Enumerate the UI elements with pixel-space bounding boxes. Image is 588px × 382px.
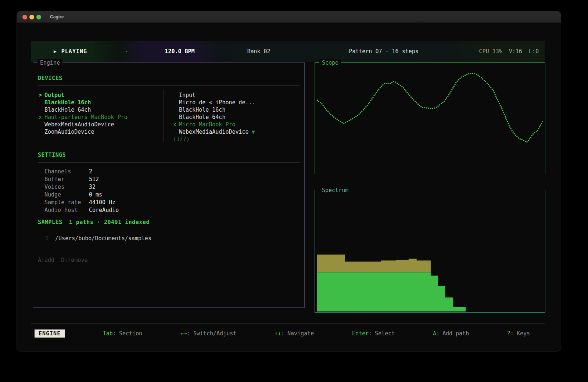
setting-row[interactable]: Sample rate44100 Hz <box>44 199 119 206</box>
close-window-button[interactable] <box>22 15 27 19</box>
shortcut-keys: ?:Keys <box>507 330 530 337</box>
settings-heading: SETTINGS <box>38 152 66 158</box>
transport-status: ▶ PLAYING <box>31 41 110 62</box>
app-content: ▶ PLAYING - 120.0 BPM Bank 02 Pattern 07… <box>17 23 561 351</box>
active-device-marker: x <box>173 121 179 128</box>
section-divider <box>38 230 300 230</box>
input-device-list: Input Micro de « iPhone de... BlackHole … <box>173 91 298 143</box>
cpu-stat: CPU 13% <box>479 48 502 55</box>
transport-state-label: PLAYING <box>61 48 87 55</box>
device-option[interactable]: Micro de « iPhone de... <box>173 99 298 106</box>
input-list-pagination: (1/7) <box>173 136 298 143</box>
play-icon: ▶ <box>54 48 57 54</box>
mode-badge: ENGINE <box>35 329 65 338</box>
shortcut-tab: Tab:Section <box>103 330 142 337</box>
devices-heading: DEVICES <box>38 75 62 82</box>
setting-row[interactable]: Buffer512 <box>44 176 119 183</box>
device-option[interactable]: xMicro MacBook Pro <box>173 121 298 128</box>
latency-stat: L:0 <box>529 48 539 55</box>
shortcut-arrows-ud: ↑↓:Navigate <box>275 330 314 337</box>
active-device-marker: x <box>39 113 44 121</box>
window-titlebar[interactable]: Cagire <box>17 11 561 23</box>
samples-keys-hint: A:add D:remove <box>38 257 87 263</box>
section-divider <box>38 162 300 163</box>
settings-list: Channels2 Buffer512 Voices32 Nudge0 ms S… <box>44 168 119 214</box>
scope-panel: Scope <box>315 62 545 174</box>
section-divider <box>38 85 300 86</box>
bpm-display[interactable]: 120.0 BPM <box>143 41 216 62</box>
device-option[interactable]: BlackHole 64ch <box>173 113 298 121</box>
shortcut-arrows-lr: ←→:Switch/Adjust <box>180 330 237 337</box>
shortcut-add-path: A:Add path <box>433 330 469 337</box>
window-title: Cagire <box>50 14 64 19</box>
transport-bar: ▶ PLAYING - 120.0 BPM Bank 02 Pattern 07… <box>31 41 545 62</box>
engine-panel-title: Engine <box>37 59 62 66</box>
bank-display[interactable]: Bank 02 <box>216 41 301 62</box>
setting-row[interactable]: Voices32 <box>44 183 119 191</box>
system-stats: CPU 13% V:16 L:0 <box>466 41 545 62</box>
desktop: Cagire ▶ PLAYING - 120.0 BPM Bank 02 Pat… <box>0 0 588 382</box>
device-option[interactable]: BlackHole 64ch <box>39 106 160 113</box>
scope-waveform-chart <box>315 63 545 174</box>
voices-stat: V:16 <box>509 48 522 55</box>
output-device-list: >Output BlackHole 16ch BlackHole 64ch xH… <box>39 91 160 136</box>
device-option[interactable]: ZoomAudioDevice <box>39 128 160 136</box>
device-option[interactable]: BlackHole 16ch <box>39 99 160 106</box>
status-bar-divider <box>31 323 545 324</box>
device-option[interactable]: WebexMediaAudioDevice▼ <box>173 128 298 136</box>
setting-row[interactable]: Nudge0 ms <box>44 191 119 199</box>
samples-heading: SAMPLES1 paths · 20491 indexed <box>38 219 150 226</box>
output-list-header[interactable]: >Output <box>39 91 160 99</box>
maximize-window-button[interactable] <box>36 15 41 19</box>
device-option[interactable]: BlackHole 16ch <box>173 106 298 113</box>
device-option[interactable]: WebexMediaAudioDevice <box>39 121 160 128</box>
device-option[interactable]: xHaut-parleurs MacBook Pro <box>39 113 160 121</box>
scroll-more-icon: ▼ <box>252 129 255 135</box>
shortcut-enter: Enter:Select <box>352 330 395 337</box>
setting-row[interactable]: Audio hostCoreAudio <box>44 206 119 214</box>
spectrum-analyzer-chart <box>315 190 545 312</box>
engine-panel: Engine DEVICES >Output BlackHole 16ch Bl… <box>33 62 305 308</box>
samples-summary: 1 paths · 20491 indexed <box>69 219 150 226</box>
minimize-window-button[interactable] <box>29 15 34 19</box>
spectrum-panel: Spectrum <box>315 190 545 313</box>
selection-cursor-icon: > <box>39 91 44 99</box>
setting-row[interactable]: Channels2 <box>44 168 119 176</box>
pattern-display[interactable]: Pattern 07 · 16 steps <box>301 41 466 62</box>
device-columns-divider <box>164 89 164 142</box>
input-list-header[interactable]: Input <box>173 91 298 99</box>
transport-separator: - <box>110 41 143 62</box>
sample-path-row[interactable]: 1/Users/bubo/Documents/samples <box>45 235 151 242</box>
status-bar: ENGINE Tab:Section ←→:Switch/Adjust ↑↓:N… <box>31 326 545 341</box>
app-window: Cagire ▶ PLAYING - 120.0 BPM Bank 02 Pat… <box>17 11 561 352</box>
